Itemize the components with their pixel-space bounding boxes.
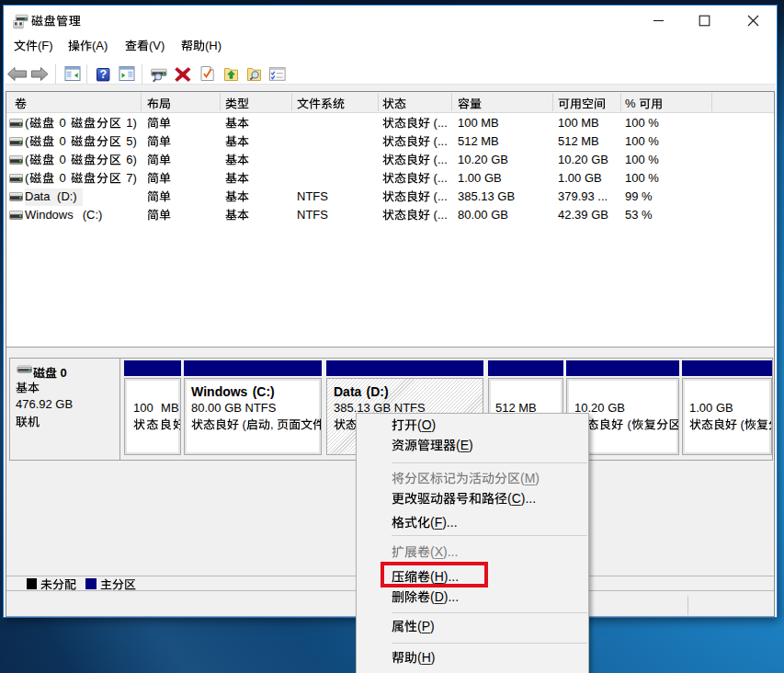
svg-text:(...: (... — [433, 153, 447, 166]
svg-text:(...: (... — [433, 116, 447, 130]
svg-text:MB: MB — [161, 402, 179, 416]
svg-text:100: 100 — [558, 116, 578, 130]
svg-text:(: ( — [430, 544, 435, 559]
svg-text:Windows: Windows — [25, 208, 74, 222]
svg-text:(...: (... — [433, 189, 447, 203]
svg-text:512: 512 — [458, 134, 478, 148]
svg-text:(...: (... — [433, 134, 447, 148]
svg-text:P: P — [421, 620, 429, 634]
svg-text:F: F — [434, 515, 442, 530]
svg-text:)...: )... — [443, 544, 458, 559]
svg-text:(: ( — [417, 417, 422, 432]
svg-text:(C:): (C:) — [253, 384, 275, 399]
svg-text:100: 100 — [625, 134, 645, 148]
svg-text:379.93: 379.93 — [558, 189, 595, 203]
svg-text:7): 7) — [127, 171, 138, 185]
svg-text:GB: GB — [608, 402, 625, 416]
svg-text:(: ( — [25, 171, 29, 185]
svg-text:NTFS: NTFS — [297, 208, 328, 222]
svg-text:100: 100 — [625, 171, 645, 185]
svg-text:O: O — [421, 417, 431, 432]
svg-text:H: H — [421, 651, 430, 666]
svg-text:(V): (V) — [149, 40, 165, 53]
svg-text:GB: GB — [484, 171, 502, 185]
svg-text:5): 5) — [127, 134, 138, 148]
svg-text:(A): (A) — [92, 40, 108, 53]
svg-text:(: ( — [430, 515, 435, 530]
svg-text:80.00: 80.00 — [191, 402, 222, 416]
svg-text:): ) — [535, 471, 540, 485]
svg-text:476.92: 476.92 — [16, 397, 52, 411]
svg-text:GB: GB — [591, 208, 608, 222]
svg-text:1.00: 1.00 — [689, 402, 712, 416]
svg-text:1.00: 1.00 — [458, 171, 481, 185]
svg-text:?: ? — [99, 68, 107, 81]
svg-text:MB: MB — [581, 134, 598, 148]
svg-text:%: % — [649, 134, 660, 148]
svg-text:%: % — [625, 97, 636, 111]
svg-text:GB: GB — [585, 171, 602, 185]
svg-text:NTFS: NTFS — [245, 402, 277, 416]
svg-text:1): 1) — [127, 116, 138, 130]
svg-text:(: ( — [417, 651, 422, 666]
svg-text:Data: Data — [25, 189, 51, 203]
svg-text:(: ( — [25, 116, 29, 130]
svg-text:99: 99 — [625, 189, 638, 203]
svg-text:NTFS: NTFS — [297, 189, 328, 203]
svg-text:(D:): (D:) — [57, 189, 77, 203]
svg-text:6): 6) — [127, 153, 138, 166]
svg-text:0: 0 — [60, 134, 66, 148]
svg-text:E: E — [460, 439, 468, 453]
svg-text:(: ( — [456, 439, 460, 453]
svg-text:): ) — [430, 651, 435, 666]
svg-text:385.13: 385.13 — [458, 189, 494, 203]
svg-text:Windows: Windows — [191, 384, 248, 399]
svg-text:(...: (... — [433, 208, 447, 222]
svg-text:100: 100 — [625, 153, 645, 166]
svg-text:%: % — [649, 116, 660, 130]
svg-text:%: % — [649, 171, 660, 185]
svg-text:GB: GB — [498, 189, 516, 203]
svg-text:)...: )... — [520, 492, 535, 507]
svg-text:10.20: 10.20 — [558, 153, 588, 166]
svg-text:%: % — [642, 189, 653, 203]
svg-text:GB: GB — [591, 153, 608, 166]
svg-text:(: ( — [430, 589, 435, 604]
svg-text:100: 100 — [625, 116, 645, 130]
svg-text:): ) — [431, 417, 436, 432]
svg-text:(F): (F) — [38, 40, 53, 53]
svg-text:1.00: 1.00 — [558, 171, 581, 185]
svg-text:GB: GB — [55, 397, 73, 411]
svg-text:(H): (H) — [205, 40, 222, 53]
svg-text:0: 0 — [60, 171, 66, 185]
svg-text:80.00: 80.00 — [458, 208, 488, 222]
svg-text:42.39: 42.39 — [558, 208, 588, 222]
svg-text:(: ( — [25, 134, 29, 148]
svg-text:): ) — [430, 620, 435, 634]
svg-text:100: 100 — [133, 402, 153, 416]
svg-text:512: 512 — [558, 134, 578, 148]
svg-text:X: X — [434, 544, 443, 559]
svg-text:)...: )... — [443, 589, 458, 604]
svg-text:MB: MB — [481, 116, 498, 130]
svg-text:10.20: 10.20 — [458, 153, 488, 166]
svg-text:100: 100 — [458, 116, 478, 130]
svg-text:D: D — [434, 589, 443, 604]
svg-text:(: ( — [25, 153, 29, 166]
svg-text:GB: GB — [716, 402, 733, 416]
svg-text:(...: (... — [433, 171, 447, 185]
svg-text:)...: )... — [442, 515, 457, 530]
svg-text:,: , — [270, 417, 274, 431]
svg-text:(C:): (C:) — [83, 208, 103, 222]
svg-text:(: ( — [741, 417, 745, 431]
svg-text:GB: GB — [491, 208, 508, 222]
svg-text:%: % — [642, 208, 653, 222]
svg-text:...: ... — [597, 189, 608, 203]
svg-text:): ) — [469, 439, 473, 453]
svg-text:(: ( — [243, 417, 247, 431]
svg-text:Data: Data — [334, 384, 362, 399]
svg-text:C: C — [511, 492, 520, 507]
svg-text:(: ( — [507, 492, 512, 507]
svg-text:(: ( — [627, 417, 631, 431]
svg-text:MB: MB — [481, 134, 498, 148]
